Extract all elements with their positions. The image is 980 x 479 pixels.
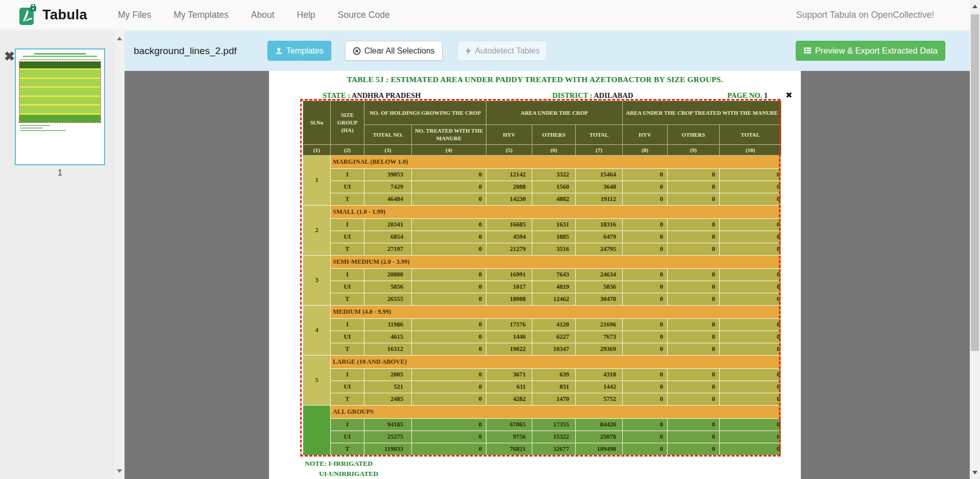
top-navbar: Tabula My Files My Templates About Help … bbox=[0, 0, 970, 30]
preview-export-button[interactable]: Preview & Export Extracted Data bbox=[796, 41, 945, 61]
upload-icon bbox=[275, 47, 283, 55]
thumb-meta-line bbox=[20, 59, 100, 60]
browser-scrollbar[interactable] bbox=[970, 0, 980, 479]
nav-links: My Files My Templates About Help Source … bbox=[107, 10, 401, 20]
toolbar: background_lines_2.pdf Templates Clear A… bbox=[125, 31, 970, 71]
thumbnail-page-number: 1 bbox=[15, 168, 105, 178]
page-thumbnail-sidebar: ✖ 1 bbox=[0, 31, 114, 479]
remove-circle-icon bbox=[353, 47, 361, 55]
thumb-note-line bbox=[20, 128, 43, 129]
autodetect-tables-button[interactable]: Autodetect Tables bbox=[457, 41, 548, 61]
pdf-note: NOTE: I-IRRIGATED UI-UNIRRIGATED bbox=[305, 459, 378, 479]
pdf-filename: background_lines_2.pdf bbox=[134, 45, 237, 57]
brand[interactable]: Tabula bbox=[19, 4, 87, 26]
scrollbar-thumb[interactable] bbox=[971, 14, 979, 351]
flash-icon bbox=[465, 47, 472, 55]
page-1-thumbnail[interactable] bbox=[15, 48, 105, 165]
thumb-note-line bbox=[20, 130, 66, 131]
tabula-logo-icon bbox=[19, 4, 37, 26]
thumb-table bbox=[19, 61, 101, 123]
scroll-up-icon[interactable] bbox=[117, 37, 122, 40]
scroll-up-icon[interactable] bbox=[972, 5, 977, 8]
document-viewport: background_lines_2.pdf Templates Clear A… bbox=[125, 31, 970, 479]
close-selection-icon[interactable]: ✖ bbox=[786, 90, 792, 100]
sidebar-scrollbar[interactable] bbox=[114, 31, 125, 479]
list-icon bbox=[803, 46, 812, 55]
pdf-page[interactable]: TABLE 5J : ESTIMATED AREA UNDER PADDY TR… bbox=[269, 71, 801, 479]
clear-all-selections-button[interactable]: Clear All Selections bbox=[345, 41, 443, 61]
table-selection-box[interactable] bbox=[300, 99, 780, 457]
nav-my-templates[interactable]: My Templates bbox=[162, 10, 240, 20]
pdf-table-title: TABLE 5J : ESTIMATED AREA UNDER PADDY TR… bbox=[269, 75, 801, 84]
templates-button[interactable]: Templates bbox=[267, 41, 331, 61]
thumb-title-line bbox=[23, 56, 97, 57]
thumb-title-line bbox=[34, 53, 85, 55]
nav-my-files[interactable]: My Files bbox=[107, 10, 162, 20]
support-link[interactable]: Support Tabula on OpenCollective! bbox=[796, 10, 934, 20]
thumb-note-line bbox=[20, 125, 50, 126]
nav-help[interactable]: Help bbox=[286, 10, 327, 20]
brand-title: Tabula bbox=[42, 7, 87, 23]
scroll-down-icon[interactable] bbox=[117, 469, 122, 473]
nav-about[interactable]: About bbox=[240, 10, 286, 20]
scroll-down-icon[interactable] bbox=[972, 471, 977, 474]
remove-page-icon[interactable]: ✖ bbox=[4, 50, 15, 63]
nav-source-code[interactable]: Source Code bbox=[327, 10, 401, 20]
